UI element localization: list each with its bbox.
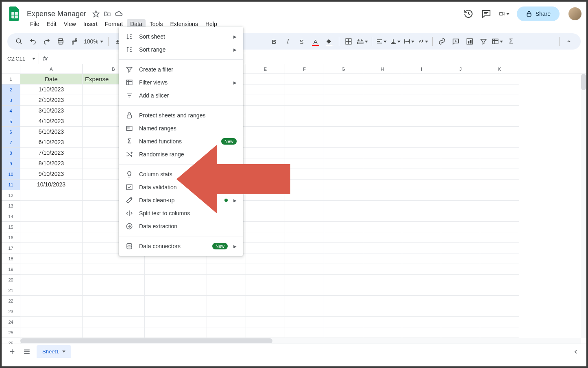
cell[interactable]: [20, 211, 83, 222]
cell[interactable]: [285, 95, 324, 106]
meet-icon[interactable]: [499, 9, 510, 19]
cell[interactable]: [207, 306, 246, 317]
cell[interactable]: [480, 285, 519, 296]
cell[interactable]: [324, 169, 363, 180]
cell[interactable]: [324, 190, 363, 201]
cell[interactable]: [402, 106, 441, 116]
cell[interactable]: [441, 84, 480, 95]
cell[interactable]: [363, 148, 402, 158]
cell[interactable]: [402, 74, 441, 84]
row-header[interactable]: 21: [2, 285, 20, 296]
cell[interactable]: [246, 306, 285, 317]
cell[interactable]: [480, 137, 519, 148]
cell[interactable]: [363, 95, 402, 106]
cell[interactable]: [480, 264, 519, 275]
cell[interactable]: [402, 243, 441, 253]
cell[interactable]: [20, 190, 83, 201]
tab-nav-left[interactable]: [571, 347, 581, 357]
row-header[interactable]: 3: [2, 95, 20, 106]
menu-item-protect-sheets-and-ranges[interactable]: Protect sheets and ranges: [119, 109, 243, 122]
cell[interactable]: [207, 285, 246, 296]
cell[interactable]: [246, 264, 285, 275]
cell[interactable]: [363, 84, 402, 95]
col-header-A[interactable]: A: [20, 64, 83, 74]
cell[interactable]: [246, 95, 285, 106]
row-header[interactable]: 19: [2, 264, 20, 275]
link-icon[interactable]: [436, 35, 448, 48]
cell[interactable]: [363, 327, 402, 338]
cell[interactable]: [441, 264, 480, 275]
cell[interactable]: [207, 327, 246, 338]
cell[interactable]: [246, 253, 285, 264]
cell[interactable]: [441, 158, 480, 169]
comment-icon[interactable]: [481, 9, 492, 19]
cell[interactable]: [402, 127, 441, 137]
row-header[interactable]: 7: [2, 137, 20, 148]
cell[interactable]: [324, 222, 363, 232]
cell[interactable]: [246, 84, 285, 95]
cell[interactable]: [246, 243, 285, 253]
table-view-icon[interactable]: [491, 35, 503, 48]
row-header[interactable]: 25: [2, 327, 20, 338]
redo-icon[interactable]: [41, 35, 53, 48]
cell[interactable]: [20, 243, 83, 253]
functions-icon[interactable]: Σ: [505, 35, 517, 48]
row-header[interactable]: 23: [2, 306, 20, 317]
cell[interactable]: [20, 296, 83, 306]
cell[interactable]: [441, 106, 480, 116]
cell[interactable]: [145, 275, 207, 285]
cell[interactable]: [20, 232, 83, 243]
cell[interactable]: [207, 317, 246, 327]
cell[interactable]: [20, 306, 83, 317]
italic-icon[interactable]: I: [282, 35, 294, 48]
cloud-icon[interactable]: [115, 10, 123, 18]
cell[interactable]: [441, 95, 480, 106]
cell[interactable]: [402, 137, 441, 148]
cell[interactable]: 9/10/2023: [20, 169, 83, 180]
cell[interactable]: [363, 127, 402, 137]
cell[interactable]: [402, 275, 441, 285]
fill-color-icon[interactable]: [323, 35, 335, 48]
row-header[interactable]: 12: [2, 190, 20, 201]
cell[interactable]: [83, 264, 145, 275]
row-header[interactable]: 2: [2, 84, 20, 95]
borders-icon[interactable]: [342, 35, 355, 48]
cell[interactable]: [285, 243, 324, 253]
cell[interactable]: [20, 201, 83, 211]
cell[interactable]: [145, 264, 207, 275]
cell[interactable]: [285, 327, 324, 338]
cell[interactable]: [207, 296, 246, 306]
cell[interactable]: [324, 106, 363, 116]
cell[interactable]: [246, 222, 285, 232]
cell[interactable]: [285, 296, 324, 306]
cell[interactable]: [246, 127, 285, 137]
cell[interactable]: [441, 327, 480, 338]
cell[interactable]: [246, 317, 285, 327]
menu-item-sort-sheet[interactable]: Sort sheet▶: [119, 30, 243, 43]
wrap-icon[interactable]: [403, 35, 415, 48]
cell[interactable]: Date: [20, 74, 83, 84]
cell[interactable]: 1/10/2023: [20, 84, 83, 95]
cell[interactable]: [363, 317, 402, 327]
cell[interactable]: [441, 169, 480, 180]
cell[interactable]: [324, 201, 363, 211]
cell[interactable]: [285, 158, 324, 169]
cell[interactable]: [402, 285, 441, 296]
cell[interactable]: [441, 180, 480, 190]
cell[interactable]: [480, 148, 519, 158]
cell[interactable]: [20, 317, 83, 327]
cell[interactable]: [402, 327, 441, 338]
col-header-K[interactable]: K: [480, 64, 519, 74]
cell[interactable]: [285, 222, 324, 232]
cell[interactable]: [441, 306, 480, 317]
cell[interactable]: [285, 190, 324, 201]
cell[interactable]: 3/10/2023: [20, 106, 83, 116]
print-icon[interactable]: [54, 35, 67, 48]
cell[interactable]: [363, 158, 402, 169]
cell[interactable]: [324, 180, 363, 190]
cell[interactable]: [20, 222, 83, 232]
cell[interactable]: [83, 317, 145, 327]
horizontal-scrollbar[interactable]: [20, 338, 581, 344]
cell[interactable]: [480, 74, 519, 84]
menu-insert[interactable]: Insert: [80, 19, 101, 29]
